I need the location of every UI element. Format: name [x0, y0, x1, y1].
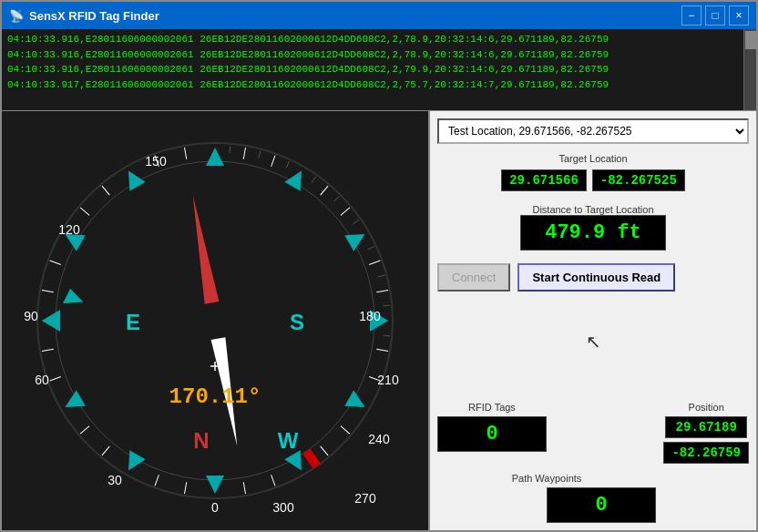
degree-150: 150 — [145, 154, 167, 169]
svg-line-30 — [50, 377, 61, 381]
minimize-button[interactable]: − — [681, 5, 702, 26]
position-label: Position — [689, 402, 724, 413]
degree-90: 90 — [24, 309, 38, 323]
svg-line-18 — [369, 261, 380, 264]
svg-line-43 — [353, 220, 360, 224]
title-bar-controls: − □ × — [681, 5, 749, 26]
degree-120: 120 — [58, 222, 80, 237]
svg-line-41 — [312, 177, 316, 183]
svg-line-17 — [341, 208, 350, 215]
degree-300: 300 — [272, 500, 294, 515]
svg-marker-11 — [42, 312, 60, 330]
log-area: 04:10:33.916,E28011606000002061 26EB12DE… — [2, 29, 756, 111]
title-bar: 📡 SensX RFID Tag Finder − □ × — [2, 2, 756, 29]
start-read-button[interactable]: Start Continuous Read — [517, 263, 675, 292]
bottom-section: RFID Tags 0 Position 29.67189 -82.26759 — [437, 398, 749, 464]
compass-container: 0 30 60 90 120 150 180 210 240 — [15, 120, 415, 521]
svg-line-46 — [383, 305, 390, 306]
target-lon: -82.267525 — [592, 169, 685, 191]
connect-button[interactable]: Connect — [437, 263, 510, 292]
compass-svg: 0 30 60 90 120 150 180 210 240 — [15, 120, 415, 521]
svg-line-29 — [80, 426, 89, 434]
waypoints-label: Path Waypoints — [512, 473, 582, 484]
title-bar-left: 📡 SensX RFID Tag Finder — [9, 9, 159, 23]
svg-line-33 — [50, 261, 61, 264]
maximize-button[interactable]: □ — [705, 5, 725, 26]
svg-line-42 — [334, 197, 340, 202]
compass-s: S — [290, 310, 304, 334]
svg-point-1 — [56, 161, 374, 480]
svg-line-19 — [376, 290, 388, 292]
rfid-tags-group: RFID Tags 0 — [437, 398, 547, 464]
svg-line-39 — [259, 151, 261, 159]
degree-0: 0 — [211, 500, 219, 515]
waypoints-value: 0 — [547, 487, 656, 523]
heading-text: 170.11° — [169, 384, 261, 409]
position-group: Position 29.67189 -82.26759 — [663, 398, 749, 464]
svg-marker-2 — [206, 148, 224, 166]
svg-line-47 — [383, 335, 390, 336]
svg-line-26 — [184, 482, 186, 494]
svg-line-24 — [271, 475, 275, 486]
compass-e: E — [126, 310, 140, 334]
waypoints-group: Path Waypoints 0 — [437, 469, 656, 523]
log-line-4: 04:10:33.917,E28011606000002061 26EB12DE… — [7, 77, 751, 93]
svg-marker-49 — [186, 194, 220, 304]
compass-w: W — [278, 428, 299, 453]
svg-line-37 — [184, 148, 186, 159]
degree-240: 240 — [368, 432, 390, 446]
distance-section: Distance to Target Location 479.9 ft — [437, 200, 749, 251]
svg-line-28 — [102, 446, 109, 455]
svg-line-16 — [321, 186, 328, 195]
svg-line-27 — [155, 475, 159, 486]
degree-210: 210 — [377, 373, 399, 387]
position-lon: -82.26759 — [663, 442, 749, 464]
app-icon: 📡 — [9, 9, 24, 23]
distance-value: 479.9 ft — [520, 215, 666, 251]
mouse-area: ↖ — [437, 297, 749, 385]
svg-line-25 — [243, 482, 245, 494]
rfid-tags-label: RFID Tags — [468, 402, 516, 413]
arrow-120 — [58, 286, 83, 311]
svg-line-38 — [230, 146, 230, 153]
svg-marker-8 — [206, 476, 224, 494]
rfid-tags-value: 0 — [437, 416, 547, 452]
main-window: 📡 SensX RFID Tag Finder − □ × 04:10:33.9… — [0, 0, 758, 532]
position-lat: 29.67189 — [665, 416, 747, 438]
svg-line-20 — [376, 349, 388, 351]
target-lat: 29.671566 — [501, 169, 587, 191]
degree-180: 180 — [359, 309, 381, 323]
waypoints-row: Path Waypoints 0 — [437, 469, 749, 523]
svg-line-34 — [80, 208, 89, 215]
log-line-1: 04:10:33.916,E28011606000002061 26EB12DE… — [7, 32, 751, 47]
svg-line-40 — [286, 161, 289, 168]
degree-30: 30 — [108, 473, 122, 487]
close-button[interactable]: × — [729, 5, 749, 26]
svg-line-35 — [102, 186, 109, 195]
svg-line-23 — [321, 446, 328, 455]
svg-line-44 — [368, 246, 374, 249]
log-scrollbar[interactable] — [743, 29, 756, 110]
cursor-icon: ↖ — [586, 331, 601, 353]
svg-line-22 — [341, 426, 350, 434]
svg-line-15 — [271, 156, 275, 167]
location-dropdown[interactable]: Test Location, 29.671566, -82.267525 — [437, 118, 749, 144]
compass-panel: 0 30 60 90 120 150 180 210 240 — [2, 111, 430, 530]
svg-line-14 — [243, 148, 245, 159]
log-scrollbar-thumb — [745, 31, 756, 49]
log-line-3: 04:10:33.916,E28011606000002061 26EB12DE… — [7, 62, 751, 77]
button-row: Connect Start Continuous Read — [437, 263, 749, 292]
right-panel: Test Location, 29.671566, -82.267525 Tar… — [430, 111, 756, 530]
degree-270: 270 — [354, 491, 376, 506]
log-line-2: 04:10:33.916,E28011606000002061 26EB12DE… — [7, 47, 751, 63]
compass-n: N — [193, 428, 209, 453]
svg-line-32 — [42, 290, 54, 292]
svg-point-0 — [37, 143, 393, 498]
target-coord-row: 29.671566 -82.267525 — [437, 169, 749, 191]
app-title: SensX RFID Tag Finder — [29, 9, 159, 23]
main-content: 0 30 60 90 120 150 180 210 240 — [2, 111, 756, 530]
distance-label: Distance to Target Location — [532, 204, 653, 215]
svg-line-45 — [378, 275, 385, 277]
degree-60: 60 — [35, 373, 49, 387]
svg-line-31 — [42, 349, 54, 351]
